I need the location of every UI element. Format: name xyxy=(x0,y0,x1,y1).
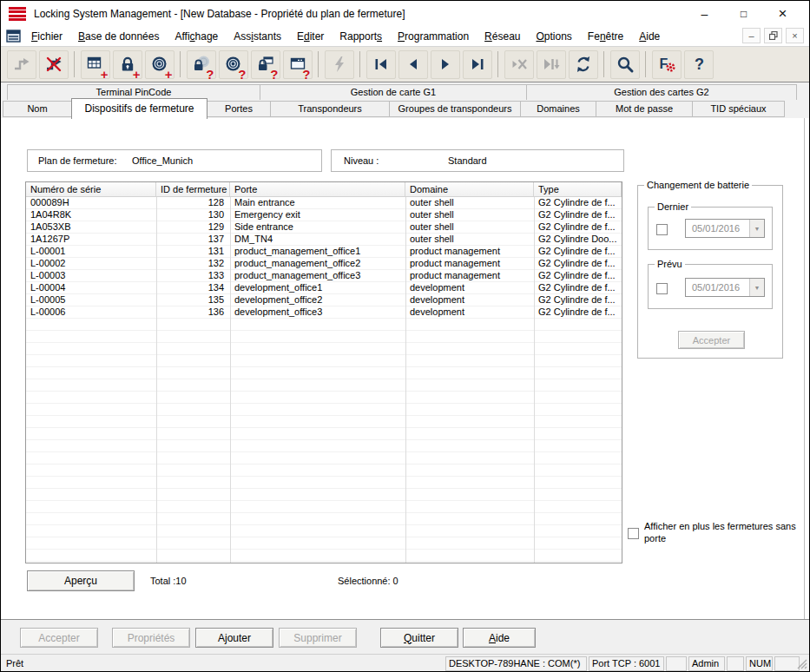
cell: Emergency exit xyxy=(230,209,405,221)
table-body: 000089H128Main entranceouter shellG2 Cyl… xyxy=(26,197,622,563)
dialog-button-bar: Accepter Propriétés Ajouter Supprimer Qu… xyxy=(1,619,809,654)
new-locking-plan-icon[interactable]: + xyxy=(81,50,110,79)
column-header-id-de-fermeture[interactable]: ID de fermeture xyxy=(156,182,230,196)
filter-settings-icon[interactable]: F xyxy=(652,50,682,79)
previous-record-icon[interactable] xyxy=(398,50,428,79)
planned-battery-date-select[interactable]: 05/01/2016 ▼ xyxy=(685,278,765,297)
preview-button[interactable]: Aperçu xyxy=(27,570,135,591)
tab-row-primary: NomDispositifs de fermeturePortesTranspo… xyxy=(3,100,809,118)
menu-item-fichier[interactable]: Fichier xyxy=(23,27,70,46)
menu-item-affichage[interactable]: Affichage xyxy=(167,27,226,46)
quit-button[interactable]: Quitter xyxy=(380,628,458,648)
maximize-icon[interactable]: □ xyxy=(724,1,763,26)
tab-tid-speciaux[interactable]: TID spéciaux xyxy=(692,101,785,117)
mdi-minimize-icon[interactable]: – xyxy=(742,28,761,43)
connect-icon[interactable] xyxy=(7,50,36,79)
toolbar-separator xyxy=(318,51,319,77)
table-row[interactable]: L-00002132product_management_office2prod… xyxy=(26,258,622,270)
column-header-type[interactable]: Type xyxy=(534,182,622,196)
locking-plan-field: Plan de fermeture: Office_Munich xyxy=(27,149,322,172)
table-row[interactable]: 1A053XB129Side entranceouter shellG2 Cyl… xyxy=(26,221,622,234)
cell: outer shell xyxy=(405,234,534,246)
table-row[interactable]: 1A1267P137DM_TN4outer shellG2 Cylindre D… xyxy=(26,234,622,246)
tab-transpondeurs[interactable]: Transpondeurs xyxy=(270,101,390,117)
menu-item-rapports[interactable]: Rapports xyxy=(332,27,390,46)
status-panel-num: NUM xyxy=(746,656,773,671)
menu-item-reseau[interactable]: Réseau xyxy=(477,27,528,46)
tab-domaines[interactable]: Domaines xyxy=(520,101,596,117)
goto-record-icon[interactable] xyxy=(537,50,566,79)
mdi-close-icon[interactable]: × xyxy=(786,28,804,43)
table-row[interactable]: 000089H128Main entranceouter shellG2 Cyl… xyxy=(26,197,622,209)
menu-item-base-de-donnees[interactable]: Base de données xyxy=(70,27,167,46)
table-row[interactable]: L-00003133product_management_office3prod… xyxy=(26,270,622,282)
table-row[interactable]: L-00001131product_management_office1prod… xyxy=(26,246,622,258)
locks-table: Numéro de sérieID de fermeturePorteDomai… xyxy=(25,181,622,563)
mdi-restore-icon[interactable] xyxy=(764,28,782,43)
next-record-icon[interactable] xyxy=(431,50,460,79)
tab-mot-de-passe[interactable]: Mot de passe xyxy=(596,101,693,117)
table-row[interactable]: L-00004134development_office1development… xyxy=(26,282,622,294)
table-row[interactable]: 1A04R8K130Emergency exitouter shellG2 Cy… xyxy=(26,209,622,221)
tab-gestion-de-carte-g1[interactable]: Gestion de carte G1 xyxy=(260,84,527,100)
planned-battery-date-value: 05/01/2016 xyxy=(686,282,749,293)
tab-gestion-des-cartes-g2[interactable]: Gestion des cartes G2 xyxy=(526,84,797,100)
show-locks-without-door-checkbox[interactable] xyxy=(628,528,639,539)
battery-accept-button[interactable]: Accepter xyxy=(678,331,745,349)
search-icon[interactable] xyxy=(610,50,640,79)
accept-button[interactable]: Accepter xyxy=(20,628,98,648)
new-lock-icon[interactable]: + xyxy=(113,50,142,79)
tab-nom[interactable]: Nom xyxy=(3,101,72,117)
first-record-icon[interactable] xyxy=(366,50,396,79)
column-header-numero-de-serie[interactable]: Numéro de série xyxy=(26,182,156,196)
column-header-porte[interactable]: Porte xyxy=(230,182,405,196)
delete-button[interactable]: Supprimer xyxy=(279,628,357,648)
properties-button[interactable]: Propriétés xyxy=(112,628,190,648)
help-button[interactable]: Aide xyxy=(463,628,536,648)
cell: 134 xyxy=(156,282,230,294)
read-lock-icon[interactable]: ? xyxy=(187,50,216,79)
close-icon[interactable]: × xyxy=(763,1,802,26)
cell: L-00004 xyxy=(26,282,156,294)
menu-item-aide[interactable]: Aide xyxy=(631,27,668,46)
menu-item-options[interactable]: Options xyxy=(528,27,579,46)
new-transponder-icon[interactable]: + xyxy=(145,50,175,79)
read-lock-window-icon[interactable]: ? xyxy=(251,50,280,79)
cell: product management xyxy=(405,258,534,270)
last-record-icon[interactable] xyxy=(463,50,492,79)
activation-icon[interactable] xyxy=(325,50,354,79)
tab-portes[interactable]: Portes xyxy=(207,101,271,117)
table-row[interactable]: L-00006136development_office3development… xyxy=(26,306,622,319)
minimize-icon[interactable]: – xyxy=(685,1,724,26)
read-network-icon[interactable]: ? xyxy=(283,50,313,79)
last-battery-checkbox[interactable] xyxy=(656,224,668,235)
menu-item-assistants[interactable]: Assistants xyxy=(226,27,289,46)
document-icon[interactable] xyxy=(6,30,22,43)
menu-item-fenetre[interactable]: Fenêtre xyxy=(580,27,631,46)
help-icon[interactable]: ? xyxy=(684,50,714,79)
table-row[interactable]: L-00005135development_office2development… xyxy=(26,294,622,306)
add-button[interactable]: Ajouter xyxy=(195,628,273,648)
tab-groupes-de-transpondeurs[interactable]: Groupes de transpondeurs xyxy=(389,101,521,117)
toolbar: +++????F? xyxy=(1,46,809,82)
last-battery-date-select[interactable]: 05/01/2016 ▼ xyxy=(685,219,765,238)
column-header-domaine[interactable]: Domaine xyxy=(405,182,534,196)
cell: DM_TN4 xyxy=(230,234,405,246)
planned-battery-checkbox[interactable] xyxy=(656,283,668,294)
read-transponder-icon[interactable]: ? xyxy=(219,50,248,79)
cell: 133 xyxy=(156,270,230,282)
cell: outer shell xyxy=(405,221,534,234)
selected-count-label: Sélectionné: 0 xyxy=(338,576,398,586)
cell: 137 xyxy=(156,234,230,246)
app-logo-icon xyxy=(9,7,26,21)
refresh-icon[interactable] xyxy=(569,50,598,79)
cancel-record-icon[interactable] xyxy=(504,50,534,79)
cell: outer shell xyxy=(405,209,534,221)
menu-item-editer[interactable]: Editer xyxy=(289,27,332,46)
menu-item-programmation[interactable]: Programmation xyxy=(390,27,477,46)
cell: 130 xyxy=(156,209,230,221)
tab-dispositifs-de-fermeture[interactable]: Dispositifs de fermeture xyxy=(71,98,207,119)
svg-text:F: F xyxy=(659,56,668,71)
resize-grip[interactable] xyxy=(797,659,807,671)
disconnect-icon[interactable] xyxy=(39,50,69,79)
